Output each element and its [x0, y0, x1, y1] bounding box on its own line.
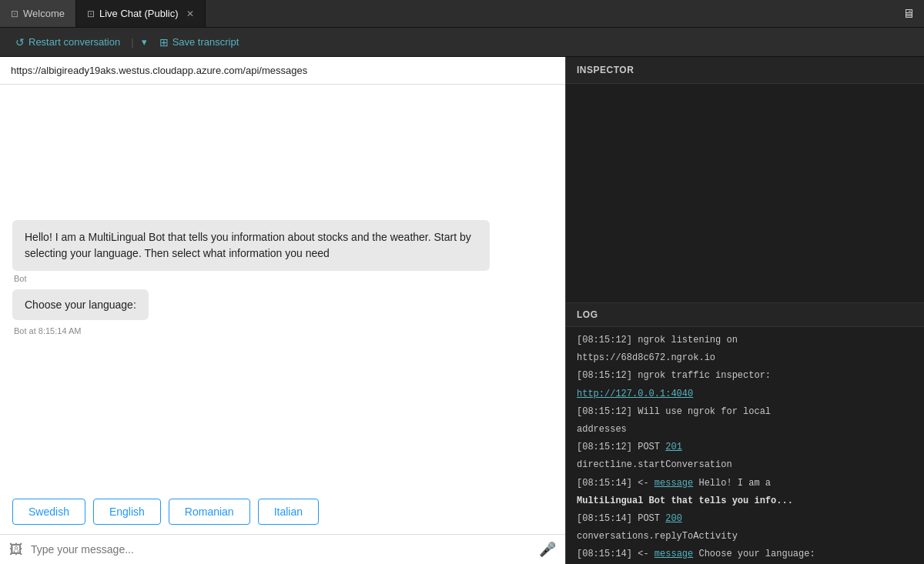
bot-message-bubble: Hello! I am a MultiLingual Bot that tell…: [12, 220, 490, 271]
log-content: [08:15:12] ngrok listening on https://68…: [566, 327, 924, 564]
log-entry-5: [08:15:12] Will use ngrok for local: [577, 405, 913, 419]
bot-timestamp-label: Bot at 8:15:14 AM: [12, 326, 81, 335]
log-ts-7: [08:15:12]: [577, 442, 632, 452]
log-entry-10: MultiLingual Bot that tells you info...: [577, 494, 913, 509]
language-choice-bubble: Choose your language:: [12, 289, 149, 320]
log-entry-4: http://127.0.0.1:4040: [577, 387, 913, 402]
chat-input-bar: 🖼 🎤: [0, 534, 565, 564]
chat-spacer: [12, 97, 553, 220]
tab-welcome-icon: ⊡: [11, 8, 18, 19]
inspector-content: [566, 84, 924, 302]
tab-live-chat[interactable]: ⊡ Live Chat (Public) ✕: [76, 0, 206, 27]
tab-welcome-label: Welcome: [23, 8, 65, 19]
log-entry-7: [08:15:12] POST 201: [577, 440, 913, 455]
chat-message-input[interactable]: [31, 543, 531, 556]
log-text-9b: Hello! I am a: [698, 478, 771, 489]
log-text-11: POST: [638, 513, 665, 524]
log-ts-1: [08:15:12]: [577, 335, 632, 345]
tab-welcome[interactable]: ⊡ Welcome: [0, 0, 76, 27]
log-text-2: https://68d8c672.ngrok.io: [577, 352, 715, 363]
toolbar: ↺ Restart conversation | ▾ ⊞ Save transc…: [0, 28, 924, 57]
inspector-header: INSPECTOR: [566, 57, 924, 84]
inspector-header-label: INSPECTOR: [577, 65, 634, 75]
italian-button[interactable]: Italian: [258, 499, 319, 525]
log-entry-6: addresses: [577, 422, 913, 437]
main-layout: https://albigiready19aks.westus.cloudapp…: [0, 57, 924, 564]
log-entry-13: [08:15:14] <- message Choose your langua…: [577, 547, 913, 562]
restart-conversation-button[interactable]: ↺ Restart conversation: [9, 33, 126, 52]
log-entry-1: [08:15:12] ngrok listening on: [577, 333, 913, 348]
log-text-13b: Choose your language:: [698, 549, 815, 559]
tab-live-chat-close[interactable]: ✕: [186, 8, 194, 19]
log-entry-2: https://68d8c672.ngrok.io: [577, 351, 913, 365]
bot-message-wrap: Hello! I am a MultiLingual Bot that tell…: [12, 220, 553, 283]
log-ts-5: [08:15:12]: [577, 406, 632, 417]
dropdown-chevron-icon: ▾: [142, 36, 147, 48]
log-entry-12: conversations.replyToActivity: [577, 529, 913, 544]
toolbar-separator: |: [129, 36, 135, 48]
log-header: LOG: [566, 303, 924, 327]
log-bold-10: MultiLingual Bot that tells you info...: [577, 496, 793, 506]
language-choice-wrap: Choose your language: Bot at 8:15:14 AM: [12, 289, 553, 335]
log-entry-9: [08:15:14] <- message Hello! I am a: [577, 476, 913, 491]
save-transcript-label: Save transcript: [172, 36, 239, 48]
chat-messages: Hello! I am a MultiLingual Bot that tell…: [0, 85, 565, 489]
log-message-link-13[interactable]: message: [654, 549, 693, 559]
language-choice-text: Choose your language:: [25, 299, 136, 311]
log-text-1: ngrok listening on: [638, 335, 738, 345]
chat-panel: https://albigiready19aks.westus.cloudapp…: [0, 57, 566, 564]
log-text-9a: <-: [638, 478, 648, 489]
log-ts-13: [08:15:14]: [577, 549, 632, 559]
log-post-200a[interactable]: 200: [665, 513, 682, 524]
tab-live-chat-label: Live Chat (Public): [99, 8, 179, 19]
title-bar-right: 🖥: [902, 0, 924, 27]
monitor-icon: 🖥: [902, 7, 915, 21]
log-entry-8: directline.startConversation: [577, 458, 913, 472]
log-link-4[interactable]: http://127.0.0.1:4040: [577, 389, 693, 399]
log-ts-11: [08:15:14]: [577, 513, 632, 524]
english-button[interactable]: English: [93, 499, 161, 525]
restart-conversation-label: Restart conversation: [28, 36, 120, 48]
log-text-7: POST: [638, 442, 665, 452]
microphone-icon[interactable]: 🎤: [539, 541, 556, 558]
image-attach-icon: 🖼: [9, 542, 23, 558]
save-icon: ⊞: [159, 36, 169, 48]
log-text-8: directline.startConversation: [577, 459, 732, 470]
log-text-3: ngrok traffic inspector:: [638, 370, 771, 381]
log-entry-3: [08:15:12] ngrok traffic inspector:: [577, 369, 913, 383]
tab-live-chat-icon: ⊡: [87, 8, 95, 19]
bot-sender-label: Bot: [12, 274, 27, 283]
log-panel: LOG [08:15:12] ngrok listening on https:…: [566, 302, 924, 564]
romanian-button[interactable]: Romanian: [169, 499, 250, 525]
toolbar-dropdown-button[interactable]: ▾: [139, 33, 150, 51]
inspector-panel: INSPECTOR LOG [08:15:12] ngrok listening…: [566, 57, 924, 564]
endpoint-url: https://albigiready19aks.westus.cloudapp…: [11, 65, 307, 76]
log-header-label: LOG: [577, 309, 598, 320]
log-text-12: conversations.replyToActivity: [577, 531, 738, 542]
url-bar: https://albigiready19aks.westus.cloudapp…: [0, 57, 565, 85]
log-post-201[interactable]: 201: [665, 442, 682, 452]
title-bar: ⊡ Welcome ⊡ Live Chat (Public) ✕ 🖥: [0, 0, 924, 28]
language-buttons-container: Swedish English Romanian Italian: [0, 489, 565, 534]
log-text-5: Will use ngrok for local: [638, 406, 771, 417]
bot-message-text: Hello! I am a MultiLingual Bot that tell…: [25, 231, 471, 259]
log-message-link-9[interactable]: message: [654, 478, 693, 489]
save-transcript-button[interactable]: ⊞ Save transcript: [153, 33, 246, 52]
log-ts-3: [08:15:12]: [577, 370, 632, 381]
swedish-button[interactable]: Swedish: [12, 499, 85, 525]
log-entry-11: [08:15:14] POST 200: [577, 512, 913, 526]
log-text-6: addresses: [577, 424, 627, 435]
log-text-13a: <-: [638, 549, 648, 559]
log-ts-9: [08:15:14]: [577, 478, 632, 489]
restart-icon: ↺: [15, 36, 25, 48]
